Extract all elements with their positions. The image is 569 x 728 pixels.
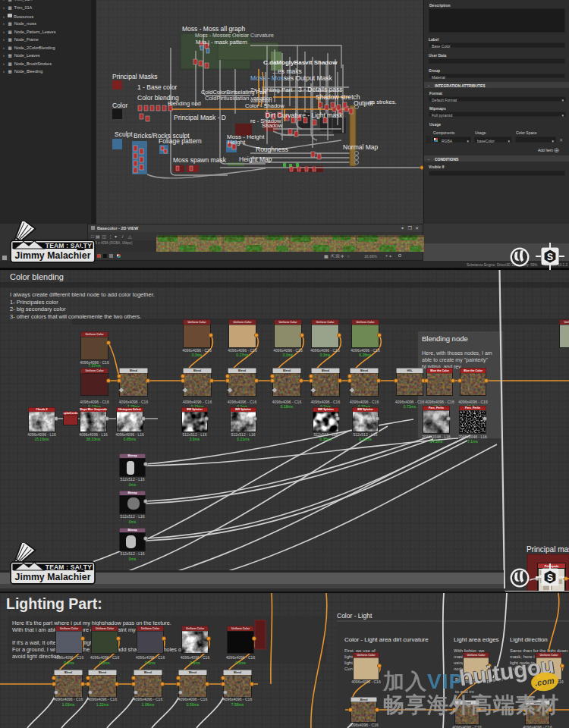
svg-text:512x512 - L16: 512x512 - L16	[121, 551, 145, 556]
svg-text:4096x4096 - L16: 4096x4096 - L16	[115, 432, 144, 437]
svg-text:Histogram Select: Histogram Select	[118, 408, 141, 411]
svg-text:Roughness: Roughness	[256, 146, 288, 153]
svg-text:Principal mas: Principal mas	[527, 545, 569, 554]
svg-text:Blend: Blend	[534, 701, 542, 704]
svg-text:Blend: Blend	[322, 369, 329, 372]
svg-text:S: S	[546, 251, 552, 262]
svg-text:1.06ms: 1.06ms	[142, 702, 155, 707]
svg-text:4096x4096 - C16: 4096x4096 - C16	[351, 348, 380, 353]
svg-text:4096x4096 - C16: 4096x4096 - C16	[350, 400, 379, 404]
svg-text:Uniform Color: Uniform Color	[96, 627, 115, 630]
svg-text:Sculpt: Sculpt	[115, 130, 133, 138]
svg-text:4096x4096 - C16: 4096x4096 - C16	[534, 679, 564, 684]
svg-text:Uniform Color: Uniform Color	[85, 369, 104, 372]
svg-text:512x512 - L16: 512x512 - L16	[183, 432, 207, 437]
svg-text:Uniform Color: Uniform Color	[467, 654, 486, 657]
svg-text:Uniform Color: Uniform Color	[141, 627, 160, 630]
svg-text:able to create my "painterly": able to create my "painterly"	[422, 357, 489, 363]
svg-text:0.3ms: 0.3ms	[235, 661, 246, 665]
svg-text:TEAM : SALTY: TEAM : SALTY	[46, 242, 92, 249]
svg-text:Blend: Blend	[189, 671, 196, 674]
svg-text:Uniform Color: Uniform Color	[60, 627, 79, 630]
svg-text:Color - Light area dirt curvat: Color - Light area dirt curvature	[344, 636, 429, 643]
svg-text:avoid light direction.: avoid light direction.	[12, 653, 61, 660]
svg-text:4096x4096 - C16: 4096x4096 - C16	[182, 348, 212, 353]
svg-text:TEAM : SALTY: TEAM : SALTY	[46, 563, 92, 571]
svg-text:Moss - Moss all graph: Moss - Moss all graph	[182, 25, 245, 33]
svg-text:Blending node: Blending node	[422, 334, 468, 343]
svg-text:Uniform Color: Uniform Color	[316, 321, 335, 324]
svg-text:splatCords: splatCords	[64, 412, 78, 415]
svg-text:Foliage pattern: Foliage pattern	[159, 137, 202, 145]
svg-text:0.28ms: 0.28ms	[359, 353, 372, 357]
svg-text:Blend: Blend	[360, 698, 368, 701]
svg-text:BW Splotter: BW Splotter	[318, 408, 334, 411]
svg-text:4096x4096 - C16: 4096x4096 - C16	[134, 697, 163, 701]
svg-text:Bitmap: Bitmap	[127, 529, 137, 532]
svg-text:Uniform Color: Uniform Color	[187, 321, 206, 324]
svg-text:Blend: Blend	[130, 369, 137, 372]
svg-text:Uniform Color: Uniform Color	[231, 627, 250, 630]
svg-text:4096x4096 - C16: 4096x4096 - C16	[54, 697, 83, 701]
svg-text:HSL: HSL	[407, 369, 413, 372]
svg-text:Moss spawn mask: Moss spawn mask	[173, 156, 227, 164]
svg-text:Color - Light: Color - Light	[337, 612, 373, 620]
svg-text:Shadow: Shadow	[262, 122, 283, 129]
svg-text:3 - Details pass: 3 - Details pass	[298, 86, 343, 93]
svg-text:2048x2048 - L16: 2048x2048 - L16	[422, 435, 451, 439]
svg-text:0ms: 0ms	[129, 482, 137, 487]
svg-text:...es strokes.: ...es strokes.	[364, 99, 397, 105]
svg-text:Bitmap: Bitmap	[127, 454, 137, 457]
svg-text:Principal Mask - D: Principal Mask - D	[174, 114, 226, 121]
svg-text:Slope Blur Grayscale: Slope Blur Grayscale	[80, 408, 107, 411]
svg-text:4096x4096 - C16: 4096x4096 - C16	[351, 679, 381, 684]
svg-text:S: S	[547, 573, 553, 583]
svg-text:BW Splotter: BW Splotter	[235, 408, 251, 411]
svg-text:0ms: 0ms	[129, 557, 137, 561]
svg-text:4096x4096 - C16: 4096x4096 - C16	[119, 400, 149, 404]
svg-text:0.56ms: 0.56ms	[187, 702, 200, 707]
svg-text:0.3ms: 0.3ms	[64, 661, 74, 665]
svg-text:4096x4096 - C16: 4096x4096 - C16	[55, 655, 84, 660]
svg-text:Blend: Blend	[283, 369, 291, 372]
svg-text:Blend: Blend	[234, 671, 241, 674]
svg-text:Blending nod: Blending nod	[168, 100, 201, 107]
svg-text:Blend: Blend	[464, 701, 471, 704]
svg-text:512x512 - L16: 512x512 - L16	[354, 432, 378, 437]
svg-text:7.37ms: 7.37ms	[88, 363, 101, 368]
svg-text:4096x4096 - C16: 4096x4096 - C16	[310, 348, 340, 353]
svg-text:Uniform Color: Uniform Color	[85, 333, 104, 336]
svg-text:Pars_Perlin: Pars_Perlin	[465, 406, 480, 410]
svg-text:C.daMoglyBasvit Shadow: C.daMoglyBasvit Shadow	[263, 59, 338, 66]
svg-text:1.22ms: 1.22ms	[96, 702, 109, 707]
svg-text:4096x4096 - C16: 4096x4096 - C16	[425, 400, 454, 404]
svg-text:With that i am able to see mor: With that i am able to see more clear an…	[12, 626, 154, 633]
svg-text:4096x4096 - C16: 4096x4096 - C16	[523, 725, 552, 728]
svg-text:4096x4096 - C16: 4096x4096 - C16	[136, 655, 165, 660]
svg-text:4096x4096 - C16: 4096x4096 - C16	[349, 723, 379, 727]
svg-text:Bitmap: Bitmap	[127, 491, 137, 494]
svg-text:0.73ms: 0.73ms	[404, 404, 417, 409]
svg-text:512x512 - L16: 512x512 - L16	[121, 477, 145, 482]
svg-text:0.3ms: 0.3ms	[320, 353, 331, 357]
svg-text:to what i want: to what i want	[510, 667, 538, 671]
svg-text:0.85ms: 0.85ms	[124, 437, 137, 441]
svg-text:Blue the Color: Blue the Color	[464, 369, 483, 372]
svg-text:4096x4096 - L16: 4096x4096 - L16	[27, 432, 56, 437]
svg-text:4096x4096 - C16: 4096x4096 - C16	[461, 679, 491, 684]
svg-text:Principal Masks: Principal Masks	[112, 73, 158, 80]
svg-text:Blend: Blend	[144, 671, 152, 674]
svg-text:4096x4096 - C16: 4096x4096 - C16	[228, 348, 257, 353]
svg-text:Uniform Color: Uniform Color	[186, 627, 205, 630]
svg-text:0.3ms: 0.3ms	[145, 661, 156, 665]
svg-text:4096x4096 - L16: 4096x4096 - L16	[79, 432, 108, 437]
svg-text:0.3ms: 0.3ms	[283, 353, 294, 357]
svg-text:BW Splotter: BW Splotter	[187, 408, 203, 411]
svg-text:4096x4096 - C16: 4096x4096 - C16	[458, 400, 488, 404]
svg-text:Blend: Blend	[64, 671, 72, 674]
svg-text:2x Lighting Part: 2x Lighting Part	[250, 86, 293, 93]
svg-text:3.9ms: 3.9ms	[190, 437, 200, 441]
svg-text:Uniform Color: Uniform Color	[233, 321, 252, 324]
svg-text:38.33ms: 38.33ms	[86, 437, 101, 441]
svg-text:Height Map: Height Map	[239, 155, 272, 163]
